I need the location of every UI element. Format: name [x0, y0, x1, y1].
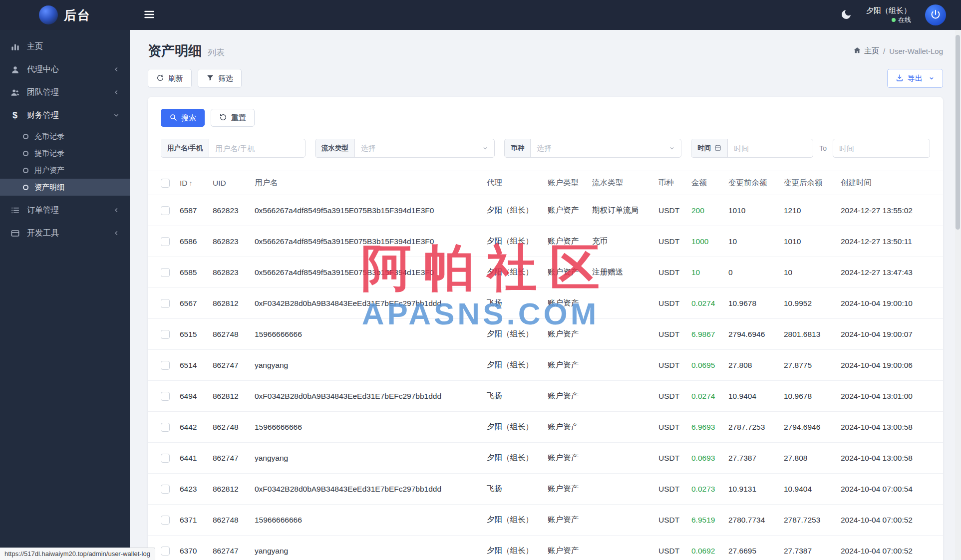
sidebar-item-label: 代理中心 [27, 64, 59, 75]
sidebar-item-home[interactable]: 主页 [0, 35, 130, 58]
sidebar-item-withdraw-records[interactable]: 提币记录 [0, 145, 130, 162]
currency-select[interactable]: 选择 [531, 139, 681, 157]
time-filter-group: 时间 To [691, 139, 930, 158]
column-header-currency: 币种 [654, 171, 687, 195]
row-checkbox[interactable] [161, 299, 170, 308]
sidebar-item-team-management[interactable]: 团队管理 [0, 81, 130, 104]
scrollbar-thumb[interactable] [956, 35, 960, 230]
sidebar-item-label: 主页 [27, 41, 43, 52]
chevron-down-icon [113, 112, 120, 119]
cell-username: yangyang [251, 350, 483, 381]
cell-currency: USDT [654, 505, 687, 536]
column-header-amount: 金额 [687, 171, 724, 195]
cell-amount: 6.9693 [687, 412, 724, 443]
select-all-checkbox[interactable] [161, 179, 170, 188]
cell-created: 2024-10-04 13:00:58 [837, 412, 943, 443]
refresh-button[interactable]: 刷新 [148, 69, 192, 88]
time-to-label: To [819, 144, 827, 152]
sidebar-toggle-button[interactable] [139, 4, 160, 25]
cell-uid: 862823 [209, 257, 251, 288]
cell-after-balance: 10.9678 [780, 381, 837, 412]
cell-created: 2024-10-04 07:00:52 [837, 505, 943, 536]
online-label: 在线 [898, 15, 911, 24]
user-icon [10, 65, 20, 74]
cell-created: 2024-10-04 19:00:07 [837, 319, 943, 350]
reset-button[interactable]: 重置 [211, 109, 255, 127]
search-row: 搜索 重置 [148, 97, 943, 127]
sidebar-item-agent-center[interactable]: 代理中心 [0, 58, 130, 81]
sidebar-item-order-management[interactable]: 订单管理 [0, 199, 130, 222]
cell-flow-type [588, 443, 654, 474]
breadcrumb: 主页 / User-Wallet-Log [853, 46, 943, 56]
row-checkbox[interactable] [161, 268, 170, 277]
sidebar-item-asset-details[interactable]: 资产明细 [0, 179, 130, 196]
cell-username: 15966666666 [251, 319, 483, 350]
time-to-input[interactable] [833, 139, 930, 158]
home-icon [853, 46, 861, 56]
breadcrumb-home-link[interactable]: 主页 [853, 46, 879, 56]
cell-currency: USDT [654, 381, 687, 412]
dark-mode-toggle[interactable] [840, 8, 852, 22]
cell-uid: 862748 [209, 412, 251, 443]
cell-flow-type [588, 505, 654, 536]
cell-amount: 0.0695 [687, 350, 724, 381]
sidebar-item-finance-management[interactable]: $ 财务管理 [0, 104, 130, 127]
cell-after-balance: 10.9952 [780, 288, 837, 319]
column-header-id[interactable]: ID↑ [176, 171, 209, 195]
cell-id: 6515 [176, 319, 209, 350]
row-checkbox[interactable] [161, 454, 170, 463]
column-header-username: 用户名 [251, 171, 483, 195]
row-checkbox[interactable] [161, 485, 170, 494]
user-status: 在线 [866, 15, 911, 24]
row-checkbox[interactable] [161, 516, 170, 525]
export-button[interactable]: 导出 [887, 69, 943, 88]
cell-id: 6586 [176, 226, 209, 257]
row-checkbox[interactable] [161, 206, 170, 215]
filter-button[interactable]: 筛选 [198, 69, 242, 88]
main-content: 资产明细 列表 主页 / User-Wallet-Log 刷新 [130, 30, 961, 560]
sidebar-item-dev-tools[interactable]: 开发工具 [0, 222, 130, 245]
scrollbar[interactable] [955, 30, 961, 560]
cell-agent: 飞扬 [483, 474, 544, 505]
column-header-after-balance: 变更后余额 [780, 171, 837, 195]
sidebar-item-label: 订单管理 [27, 205, 59, 216]
download-icon [896, 74, 904, 83]
cell-account-type: 账户资产 [544, 474, 588, 505]
cell-currency: USDT [654, 226, 687, 257]
data-table: ID↑ UID 用户名 代理 账户类型 流水类型 币种 金额 变更前余额 变更后… [148, 171, 943, 560]
user-info[interactable]: 夕阳（组长） 在线 [866, 5, 911, 24]
row-checkbox[interactable] [161, 423, 170, 432]
cell-uid: 862823 [209, 226, 251, 257]
cell-currency: USDT [654, 350, 687, 381]
page-title: 资产明细 [148, 42, 202, 60]
row-checkbox[interactable] [161, 237, 170, 246]
cell-amount: 1000 [687, 226, 724, 257]
cell-uid: 862823 [209, 195, 251, 226]
cell-flow-type [588, 350, 654, 381]
username-input[interactable] [209, 139, 305, 157]
row-checkbox[interactable] [161, 547, 170, 556]
time-from-input[interactable] [728, 139, 813, 157]
table-row: 6567 862812 0xF0342B28d0bA9B34843EeEd31E… [148, 288, 943, 319]
sidebar-item-user-assets[interactable]: 用户资产 [0, 162, 130, 179]
search-button[interactable]: 搜索 [161, 109, 205, 127]
cell-username: 15966666666 [251, 412, 483, 443]
row-checkbox[interactable] [161, 392, 170, 401]
cell-uid: 862812 [209, 474, 251, 505]
column-header-created: 创建时间 [837, 171, 943, 195]
cell-flow-type [588, 474, 654, 505]
calendar-icon [714, 144, 721, 153]
flow-type-select[interactable]: 选择 [355, 139, 494, 157]
cell-username: yangyang [251, 536, 483, 560]
cell-created: 2024-12-27 13:47:43 [837, 257, 943, 288]
cell-after-balance: 27.7387 [780, 536, 837, 560]
row-checkbox[interactable] [161, 361, 170, 370]
sidebar-item-deposit-records[interactable]: 充币记录 [0, 128, 130, 145]
sidebar-item-label: 团队管理 [27, 87, 59, 98]
cell-amount: 6.9867 [687, 319, 724, 350]
cell-agent: 夕阳（组长） [483, 536, 544, 560]
logout-button[interactable] [925, 4, 946, 25]
row-checkbox[interactable] [161, 330, 170, 339]
cell-after-balance: 1210 [780, 195, 837, 226]
cell-username: 0x566267a4df8549f5a3915E075B3b15F394d1E3… [251, 226, 483, 257]
